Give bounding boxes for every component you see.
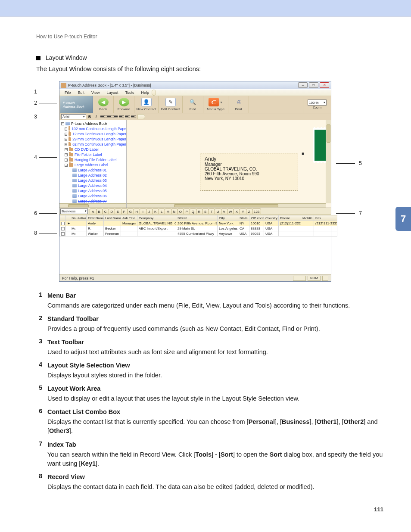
- grid-cell[interactable]: 88888: [249, 226, 264, 231]
- grid-header[interactable]: Last Name: [104, 215, 121, 221]
- table-row[interactable]: 1►AndyManagerGLOBAL TRAVELING, CO.260 Fi…: [60, 221, 337, 226]
- grid-cell[interactable]: [104, 221, 121, 226]
- grid-cell[interactable]: USA: [264, 231, 279, 236]
- index-tab-n[interactable]: N: [171, 208, 178, 214]
- collapse-icon[interactable]: −: [61, 122, 64, 125]
- valign-bottom-icon[interactable]: [131, 115, 136, 119]
- grid-cell[interactable]: USA: [264, 226, 279, 231]
- valign-top-icon[interactable]: [119, 115, 124, 119]
- grid-cell[interactable]: 95053: [249, 231, 264, 236]
- grid-header[interactable]: Job Title: [121, 215, 137, 221]
- menu-file[interactable]: File: [61, 90, 75, 96]
- valign-middle-icon[interactable]: [125, 115, 130, 119]
- expand-icon[interactable]: +: [65, 148, 68, 151]
- index-tab-x[interactable]: X: [234, 208, 240, 214]
- expand-icon[interactable]: +: [65, 133, 67, 136]
- grid-cell[interactable]: (212)111-3333: [314, 221, 337, 226]
- menu-tools[interactable]: Tools: [121, 90, 137, 96]
- tree-leaf-label[interactable]: Large Address 07: [78, 199, 107, 203]
- expand-icon[interactable]: +: [65, 143, 67, 146]
- grid-cell[interactable]: USA: [238, 231, 249, 236]
- index-tab-j[interactable]: J: [146, 208, 153, 214]
- grid-cell[interactable]: 4555 Cumberland Pkwy: [176, 231, 218, 236]
- grid-header[interactable]: State: [238, 215, 249, 221]
- italic-button[interactable]: I: [93, 114, 99, 119]
- print-button[interactable]: 🖨 Print: [228, 96, 249, 113]
- index-tab-123[interactable]: 123: [252, 208, 261, 214]
- grid-cell[interactable]: R.: [87, 226, 104, 231]
- grid-cell[interactable]: [137, 231, 176, 236]
- index-tab-e[interactable]: E: [115, 208, 121, 214]
- index-tab-m[interactable]: M: [165, 208, 171, 214]
- tree-folder-label[interactable]: 102 mm Continuous Length Pape: [72, 127, 126, 131]
- grid-header[interactable]: [60, 215, 66, 221]
- grid-header[interactable]: Fax: [314, 215, 337, 221]
- index-tab-v[interactable]: V: [221, 208, 228, 214]
- index-tab-k[interactable]: K: [152, 208, 159, 214]
- index-tab-s[interactable]: S: [202, 208, 209, 214]
- tree-folder-label[interactable]: File Folder Label: [75, 152, 102, 157]
- index-tab-i[interactable]: I: [140, 208, 146, 214]
- grid-header[interactable]: [66, 215, 70, 221]
- grid-cell[interactable]: [70, 221, 87, 226]
- index-tab-y[interactable]: Y: [240, 208, 246, 214]
- grid-cell[interactable]: Anytown: [218, 231, 238, 236]
- index-tab-g[interactable]: G: [127, 208, 134, 214]
- grid-header[interactable]: Country: [264, 215, 279, 221]
- grid-cell[interactable]: (212)111-2222: [279, 221, 301, 226]
- grid-cell[interactable]: Mr.: [70, 226, 87, 231]
- close-button[interactable]: ✕: [320, 82, 329, 88]
- grid-header[interactable]: First Name: [87, 215, 104, 221]
- menu-view[interactable]: View: [88, 90, 103, 96]
- grid-cell[interactable]: GLOBAL TRAVELING, CO.: [137, 221, 176, 226]
- index-tab-u[interactable]: U: [215, 208, 221, 214]
- menu-edit[interactable]: Edit: [75, 90, 88, 96]
- bold-button[interactable]: B: [87, 114, 93, 119]
- index-tab-w[interactable]: W: [227, 208, 234, 214]
- tree-folder-label[interactable]: 12 mm Continuous Length Paper: [72, 132, 126, 136]
- grid-header[interactable]: Street: [176, 215, 218, 221]
- expand-icon[interactable]: +: [65, 159, 68, 162]
- zoom-field[interactable]: 100 % ▾: [308, 100, 327, 106]
- index-tab-t[interactable]: T: [209, 208, 215, 214]
- grid-cell[interactable]: [121, 231, 137, 236]
- index-tab-a[interactable]: A: [90, 208, 97, 214]
- tree-folder-label[interactable]: Large Address Label: [75, 163, 108, 167]
- grid-cell[interactable]: NY: [238, 221, 249, 226]
- tree-folder-label[interactable]: Hanging File Folder Label: [75, 158, 116, 162]
- edit-contact-button[interactable]: ✎ Edit Contact: [159, 96, 183, 113]
- vertical-scrollbar[interactable]: [326, 120, 331, 203]
- label-preview[interactable]: ◼ Andy Manager GLOBAL TRAVELING, CO. 260…: [200, 153, 298, 191]
- checkbox[interactable]: [61, 232, 65, 236]
- new-contact-button[interactable]: 👤 New Contact: [134, 96, 159, 113]
- index-tab-h[interactable]: H: [134, 208, 140, 214]
- resize-grip-icon[interactable]: [322, 276, 328, 281]
- checkbox[interactable]: [61, 227, 65, 230]
- layout-style-tree[interactable]: − P-touch Address Book +102 mm Continuou…: [59, 120, 127, 208]
- align-right-icon[interactable]: [112, 115, 118, 119]
- grid-header[interactable]: City: [218, 215, 238, 221]
- layout-work-area[interactable]: ◼ Andy Manager GLOBAL TRAVELING, CO. 260…: [127, 120, 331, 208]
- tree-leaf-label[interactable]: Large Address 06: [78, 194, 107, 198]
- tree-folder-label[interactable]: CD DVD Label: [75, 147, 99, 152]
- grid-cell[interactable]: [301, 221, 314, 226]
- grid-cell[interactable]: [279, 226, 301, 231]
- title-bar[interactable]: P-touch Address Book - [1.4" x 3.5"] - […: [59, 81, 331, 89]
- grid-cell[interactable]: [121, 226, 137, 231]
- tree-folder-label[interactable]: 62 mm Continuous Length Paper: [72, 142, 126, 146]
- minimize-button[interactable]: –: [298, 82, 308, 88]
- index-tab-o[interactable]: O: [177, 208, 184, 214]
- font-combo[interactable]: Arial: [61, 114, 86, 119]
- tree-leaf-label[interactable]: Large Address 04: [78, 184, 107, 188]
- index-tab-r[interactable]: R: [196, 208, 203, 214]
- grid-header[interactable]: Mobile: [301, 215, 314, 221]
- grid-cell[interactable]: Los Angeles: [218, 226, 238, 231]
- checkbox[interactable]: [61, 222, 65, 225]
- grid-cell[interactable]: CA: [238, 226, 249, 231]
- grid-cell[interactable]: [279, 231, 301, 236]
- tree-leaf-label[interactable]: Large Address 05: [78, 189, 107, 193]
- index-tab-d[interactable]: D: [109, 208, 115, 214]
- grid-header[interactable]: ZIP code: [249, 215, 264, 221]
- grid-cell[interactable]: [314, 226, 337, 231]
- expand-icon[interactable]: +: [65, 153, 68, 156]
